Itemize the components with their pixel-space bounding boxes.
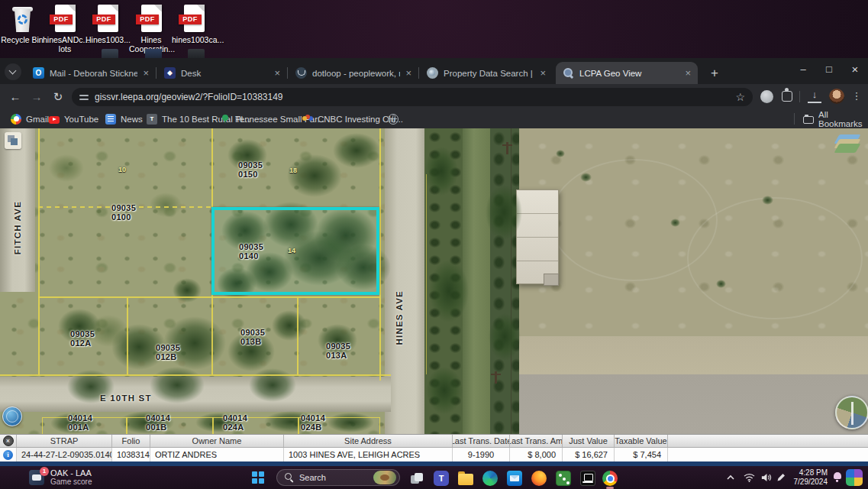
teams-button[interactable]: T (432, 469, 450, 487)
tab-title: LCPA Geo View (579, 69, 679, 78)
parcel-label-subject: 090350140 (239, 243, 263, 261)
bookmark-star-icon[interactable]: ☆ (735, 91, 745, 103)
utility-pole (506, 142, 508, 154)
file-explorer-button[interactable] (457, 469, 475, 487)
chrome-button-active[interactable] (601, 469, 619, 487)
tab-close-icon[interactable]: × (274, 68, 280, 78)
bookmarks-separator (794, 113, 795, 125)
partial-desktop-icon (145, 49, 162, 58)
downloads-icon[interactable]: ↓ (808, 89, 821, 103)
notification-bell-icon[interactable] (832, 472, 842, 482)
start-button[interactable] (252, 471, 264, 484)
pdf-file-icon: PDF (181, 5, 207, 34)
partial-desktop-icon (102, 49, 118, 58)
reload-button[interactable]: ↻ (49, 88, 67, 106)
tab-title: dotloop - peoplework, not pap (312, 69, 400, 78)
tray-clock[interactable]: 4:28 PM 7/29/2024 (785, 468, 828, 487)
volume-icon[interactable] (760, 472, 772, 483)
bookmark-news[interactable]: News (105, 112, 143, 125)
cell-last-trans-amt: $ 8,000 (510, 448, 563, 461)
taskbar-search-box[interactable]: Search (276, 469, 400, 486)
table-row[interactable]: i 24-44-27-L2-09035.0140 10383149 ORTIZ … (0, 448, 868, 461)
column-header-folio: Folio (112, 435, 150, 447)
column-header-last-trans-date: Last Trans. Date (453, 435, 510, 447)
forward-button[interactable]: → (27, 88, 46, 106)
desktop-icon-recycle-bin[interactable]: Recycle Bin (0, 5, 44, 45)
window-maximize-button[interactable]: □ (816, 58, 842, 83)
desktop-icon-pdf-4[interactable]: PDF hines1003ca... (172, 5, 216, 45)
bookmark-youtube[interactable]: YouTube (49, 112, 98, 125)
gis-map-viewport[interactable]: 090350150 090350100 090350140 09035012A … (0, 128, 868, 434)
browser-menu-icon[interactable]: ⋮ (850, 89, 863, 104)
layers-control-icon[interactable] (837, 134, 860, 154)
lot-number-marker: 14 (288, 247, 295, 254)
info-icon[interactable]: i (3, 450, 13, 460)
new-tab-button[interactable]: + (705, 64, 724, 83)
active-app-indicator (606, 487, 614, 489)
extensions-puzzle-icon[interactable] (782, 91, 792, 102)
map-tool-button[interactable] (5, 132, 21, 149)
all-bookmarks-button[interactable]: All Bookmarks (803, 112, 868, 125)
tray-chevron-icon[interactable] (725, 472, 736, 483)
extension-icon[interactable] (760, 90, 773, 103)
game-app-button[interactable] (554, 469, 573, 487)
desktop-icon-pdf-2[interactable]: PDF Hines1003... (86, 5, 130, 45)
desktop-icon-pdf-3[interactable]: PDF Hines Cooperatin... (129, 5, 173, 53)
tab-separator (418, 67, 419, 79)
parcel-label: 04014024B (301, 414, 325, 432)
column-header-taxable-value: Taxable Value (615, 435, 668, 447)
edge-button[interactable] (481, 469, 499, 487)
parcel-label: 09035013B (240, 329, 265, 346)
tab-desk[interactable]: ◆ Desk × (157, 62, 287, 84)
laptop-app-button[interactable] (579, 469, 597, 487)
globe-control-icon[interactable] (2, 406, 22, 426)
tab-close-icon[interactable]: × (405, 68, 411, 78)
tab-close-icon[interactable]: × (540, 68, 546, 78)
power-line (511, 128, 511, 434)
tab-mail-outlook[interactable]: O Mail - Deborah Stickney - Outlo × (26, 62, 156, 84)
back-button[interactable]: ← (6, 88, 24, 106)
window-close-button[interactable]: × (842, 58, 868, 83)
table-header-row: × STRAP Folio Owner Name Site Address La… (0, 434, 868, 448)
dirt-road (519, 336, 868, 374)
tab-close-icon[interactable]: × (685, 68, 691, 78)
firefox-icon (531, 471, 547, 486)
url-text[interactable]: gissvr.leepa.org/geoview2/?FolioID=10383… (95, 92, 729, 102)
tab-search-chevron-button[interactable] (5, 63, 21, 80)
youtube-icon (49, 116, 60, 124)
map-pin-icon (220, 114, 231, 125)
browser-window: O Mail - Deborah Stickney - Outlo × ◆ De… (0, 58, 868, 466)
building-annex (544, 274, 559, 286)
profile-avatar[interactable] (829, 89, 844, 104)
parcel-label: 090350100 (111, 204, 136, 222)
tab-close-icon[interactable]: × (143, 68, 149, 78)
parcel-label: 090350150 (238, 161, 263, 179)
dotloop-icon (295, 67, 307, 79)
parcel-label: 09035013A (326, 342, 350, 360)
cell-strap: 24-44-27-L2-09035.0140 (17, 448, 112, 461)
widget-subtitle: Game score (50, 478, 92, 486)
row-filler (668, 448, 868, 461)
address-bar[interactable]: gissvr.leepa.org/geoview2/?FolioID=10383… (72, 88, 753, 106)
partial-desktop-icon (188, 49, 205, 58)
widgets-weather-button[interactable]: 1 OAK - LAA Game score (29, 468, 92, 486)
window-minimize-button[interactable]: – (790, 58, 816, 83)
firefox-button[interactable] (530, 469, 548, 487)
bookmark-globe[interactable] (388, 112, 399, 125)
pdf-file-icon: PDF (138, 5, 164, 34)
site-settings-icon[interactable] (79, 93, 89, 101)
task-view-button[interactable] (408, 469, 426, 487)
wifi-icon[interactable] (744, 472, 755, 483)
tab-lcpa-geo-view-active[interactable]: LCPA Geo View × (556, 62, 698, 84)
desktop-icon-pdf-1[interactable]: PDF hinesANDc... lots (43, 5, 87, 53)
outlook-icon: O (33, 67, 44, 79)
outlook-button[interactable] (505, 469, 524, 487)
copilot-widgets-icon[interactable] (846, 469, 863, 486)
tab-property-data-search[interactable]: Property Data Search | Lee Cou × (420, 62, 553, 84)
bookmark-gmail[interactable]: Gmail (11, 112, 49, 125)
overview-compass-control[interactable] (835, 396, 868, 429)
tab-separator (287, 67, 288, 79)
table-close-button[interactable]: × (3, 436, 14, 446)
tab-dotloop[interactable]: dotloop - peoplework, not pap × (289, 62, 418, 84)
column-header-last-trans-amt: Last Trans. Amt (510, 435, 563, 447)
